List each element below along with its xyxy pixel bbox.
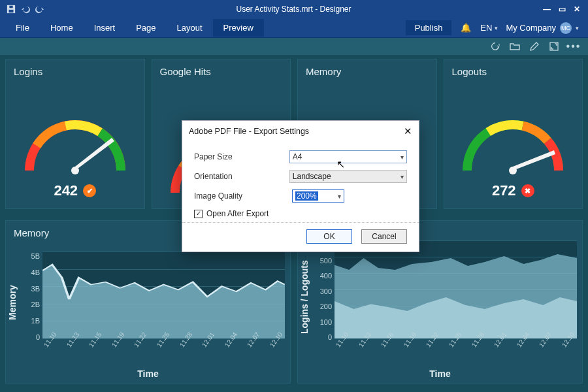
more-icon[interactable]: •••: [568, 41, 579, 52]
dialog-close-button[interactable]: ✕: [404, 126, 412, 136]
x-axis-label: Time: [6, 367, 290, 383]
y-ticks: 6005004003002001000: [314, 242, 332, 341]
chevron-down-icon: ▾: [400, 154, 404, 161]
tab-preview[interactable]: Preview: [213, 19, 264, 37]
chevron-down-icon: ▾: [338, 193, 341, 200]
x-axis-label: Time: [298, 367, 582, 383]
image-quality-select[interactable]: 200% ▾: [292, 189, 344, 203]
plot-area: [42, 252, 285, 338]
save-icon[interactable]: [7, 5, 16, 14]
dialog-title: Adobe PDF File - Export Settings: [189, 127, 309, 136]
edit-icon[interactable]: [529, 41, 540, 52]
open-icon[interactable]: [510, 41, 520, 52]
titlebar: User Activity Stats.mrt - Designer — ▭ ✕: [0, 0, 588, 18]
fullscreen-icon[interactable]: [549, 41, 559, 52]
status-ok-icon: [83, 184, 96, 197]
paper-size-label: Paper Size: [194, 152, 289, 161]
y-ticks: 5B4B3B2B1B0: [22, 253, 40, 341]
tab-insert[interactable]: Insert: [84, 19, 126, 37]
tab-file[interactable]: File: [5, 19, 40, 37]
card-title: Memory: [298, 59, 436, 77]
publish-button[interactable]: Publish: [406, 20, 452, 35]
quick-access-toolbar: [0, 5, 44, 14]
card-logouts: Logouts 272: [444, 59, 583, 209]
y-axis-label: Memory: [6, 238, 19, 367]
chevron-down-icon: ▾: [495, 25, 498, 31]
card-title: Logins: [6, 59, 144, 77]
preview-toolbar: •••: [0, 38, 588, 55]
refresh-icon[interactable]: [490, 41, 500, 52]
language-selector[interactable]: EN ▾: [480, 23, 498, 33]
open-after-export-label: Open After Export: [206, 209, 269, 218]
orientation-label: Orientation: [194, 172, 289, 181]
orientation-select[interactable]: Landscape ▾: [289, 170, 407, 183]
dashboard-canvas: Logins 242 Google Hits: [0, 55, 588, 392]
cancel-button[interactable]: Cancel: [361, 229, 407, 244]
maximize-button[interactable]: ▭: [559, 5, 566, 14]
tab-layout[interactable]: Layout: [167, 19, 213, 37]
undo-icon[interactable]: [21, 5, 30, 14]
x-ticks: 11.1011.1311.1511.1911.2211.2511.2812.01…: [335, 344, 577, 351]
company-label: My Company: [506, 23, 556, 33]
svg-rect-2: [9, 6, 12, 8]
window-title: User Activity Stats.mrt - Designer: [44, 5, 543, 14]
image-quality-label: Image Quality: [194, 191, 292, 201]
ribbon-tabs: File Home Insert Page Layout Preview: [5, 19, 264, 37]
gauge-value: 242: [54, 182, 78, 199]
x-ticks: 11.1011.1311.1511.1911.2211.2511.2812.01…: [42, 344, 285, 351]
window-controls: — ▭ ✕: [543, 5, 588, 14]
svg-point-5: [71, 167, 79, 174]
gauge-chart: [16, 105, 134, 177]
tab-home[interactable]: Home: [40, 19, 84, 37]
tab-page[interactable]: Page: [125, 19, 166, 37]
gauge-value: 272: [492, 182, 516, 199]
open-after-export-checkbox[interactable]: ✓ Open After Export: [194, 209, 407, 218]
svg-marker-4: [75, 138, 114, 171]
card-logins: Logins 242: [5, 59, 145, 209]
chevron-down-icon: ▾: [576, 25, 579, 31]
notifications-icon[interactable]: 🔔: [461, 23, 471, 33]
close-button[interactable]: ✕: [574, 5, 580, 14]
avatar: MC: [560, 22, 572, 34]
svg-marker-6: [513, 150, 555, 171]
account-menu[interactable]: My Company MC ▾: [506, 22, 579, 34]
gauge-chart: [454, 105, 572, 177]
chevron-down-icon: ▾: [400, 173, 404, 180]
language-label: EN: [480, 23, 492, 33]
svg-point-7: [509, 167, 517, 174]
svg-rect-1: [9, 10, 14, 12]
minimize-button[interactable]: —: [543, 5, 551, 14]
checkbox-checked-icon: ✓: [194, 210, 203, 218]
status-bad-icon: [521, 184, 534, 197]
redo-icon[interactable]: [35, 5, 44, 14]
card-title: Logouts: [444, 59, 583, 77]
ok-button[interactable]: OK: [306, 229, 352, 244]
menubar: File Home Insert Page Layout Preview Pub…: [0, 18, 588, 38]
export-settings-dialog: Adobe PDF File - Export Settings ✕ Paper…: [182, 120, 419, 252]
card-title: Google Hits: [152, 59, 291, 77]
paper-size-select[interactable]: A4 ▾: [289, 150, 407, 163]
plot-area: [335, 240, 577, 338]
